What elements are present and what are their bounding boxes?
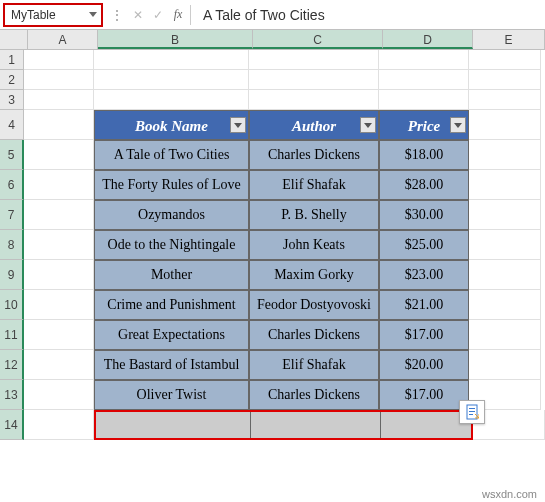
cell-price[interactable]: $17.00	[379, 380, 469, 410]
cell[interactable]	[469, 90, 541, 110]
cell[interactable]	[469, 230, 541, 260]
cell-bookname[interactable]: A Tale of Two Cities	[94, 140, 249, 170]
name-box-value: MyTable	[11, 8, 56, 22]
cell-price[interactable]: $18.00	[379, 140, 469, 170]
row-header[interactable]: 14	[0, 410, 24, 440]
cell-price[interactable]: $21.00	[379, 290, 469, 320]
cell[interactable]	[381, 412, 471, 438]
cell-price[interactable]: $25.00	[379, 230, 469, 260]
cell-bookname[interactable]: Ode to the Nightingale	[94, 230, 249, 260]
cell-bookname[interactable]: Great Expectations	[94, 320, 249, 350]
cell-bookname[interactable]: Ozymandos	[94, 200, 249, 230]
cell[interactable]	[469, 200, 541, 230]
autocorrect-options-button[interactable]	[459, 400, 485, 424]
cell[interactable]	[24, 70, 94, 90]
row-header[interactable]: 8	[0, 230, 24, 260]
cell[interactable]	[469, 320, 541, 350]
cell[interactable]	[469, 290, 541, 320]
cell-price[interactable]: $30.00	[379, 200, 469, 230]
empty-new-row[interactable]	[94, 410, 473, 440]
cell[interactable]	[24, 260, 94, 290]
cell-price[interactable]: $20.00	[379, 350, 469, 380]
cell-author[interactable]: Elif Shafak	[249, 350, 379, 380]
cell[interactable]	[469, 70, 541, 90]
row-header[interactable]: 9	[0, 260, 24, 290]
cell[interactable]	[24, 200, 94, 230]
cell[interactable]	[379, 50, 469, 70]
cell-author[interactable]: P. B. Shelly	[249, 200, 379, 230]
filter-button[interactable]	[450, 117, 466, 133]
cell[interactable]	[469, 170, 541, 200]
filter-button[interactable]	[230, 117, 246, 133]
row-header[interactable]: 12	[0, 350, 24, 380]
table-header-bookname[interactable]: Book Name	[94, 110, 249, 140]
cell-author[interactable]: Feodor Dostyovoski	[249, 290, 379, 320]
cell-author[interactable]: Charles Dickens	[249, 140, 379, 170]
cell[interactable]	[94, 90, 249, 110]
row-header[interactable]: 1	[0, 50, 24, 70]
cell-author[interactable]: John Keats	[249, 230, 379, 260]
cell-bookname[interactable]: The Forty Rules of Love	[94, 170, 249, 200]
cell[interactable]	[469, 110, 541, 140]
cancel-button[interactable]: ✕	[128, 5, 148, 25]
col-header-d[interactable]: D	[383, 30, 473, 49]
row-header[interactable]: 13	[0, 380, 24, 410]
cell[interactable]	[24, 290, 94, 320]
cell-author[interactable]: Charles Dickens	[249, 320, 379, 350]
cell[interactable]	[94, 70, 249, 90]
cell-price[interactable]: $28.00	[379, 170, 469, 200]
table-header-price[interactable]: Price	[379, 110, 469, 140]
filter-button[interactable]	[360, 117, 376, 133]
cell[interactable]	[24, 140, 94, 170]
row-header[interactable]: 7	[0, 200, 24, 230]
cell[interactable]	[379, 70, 469, 90]
cell[interactable]	[24, 230, 94, 260]
col-header-b[interactable]: B	[98, 30, 253, 49]
col-header-a[interactable]: A	[28, 30, 98, 49]
cell[interactable]	[251, 412, 381, 438]
cell-bookname[interactable]: Mother	[94, 260, 249, 290]
cell-author[interactable]: Maxim Gorky	[249, 260, 379, 290]
cell-price[interactable]: $17.00	[379, 320, 469, 350]
row-header[interactable]: 11	[0, 320, 24, 350]
row-header[interactable]: 5	[0, 140, 24, 170]
col-header-c[interactable]: C	[253, 30, 383, 49]
formula-content[interactable]: A Tale of Two Cities	[193, 7, 325, 23]
cell[interactable]	[24, 410, 94, 440]
grid[interactable]: Book Name Author Price A Tale of Two Cit…	[24, 50, 545, 440]
row-header[interactable]: 6	[0, 170, 24, 200]
cell-bookname[interactable]: Crime and Punishment	[94, 290, 249, 320]
row-header[interactable]: 2	[0, 70, 24, 90]
cell-price[interactable]: $23.00	[379, 260, 469, 290]
cell[interactable]	[379, 90, 469, 110]
row-header[interactable]: 3	[0, 90, 24, 110]
cell[interactable]	[469, 50, 541, 70]
cell[interactable]	[249, 50, 379, 70]
cell[interactable]	[24, 320, 94, 350]
select-all-corner[interactable]	[0, 30, 28, 49]
enter-button[interactable]: ✓	[148, 5, 168, 25]
cell[interactable]	[24, 170, 94, 200]
col-header-e[interactable]: E	[473, 30, 545, 49]
cell-bookname[interactable]: The Bastard of Istambul	[94, 350, 249, 380]
cell[interactable]	[24, 50, 94, 70]
name-box[interactable]: MyTable	[3, 3, 103, 27]
row-header[interactable]: 4	[0, 110, 24, 140]
cell[interactable]	[96, 412, 251, 438]
cell[interactable]	[469, 350, 541, 380]
cell[interactable]	[469, 260, 541, 290]
cell[interactable]	[469, 140, 541, 170]
cell[interactable]	[249, 70, 379, 90]
cell-author[interactable]: Elif Shafak	[249, 170, 379, 200]
cell[interactable]	[24, 380, 94, 410]
row-header[interactable]: 10	[0, 290, 24, 320]
cell[interactable]	[24, 110, 94, 140]
cell[interactable]	[249, 90, 379, 110]
cell-bookname[interactable]: Oliver Twist	[94, 380, 249, 410]
cell[interactable]	[24, 350, 94, 380]
cell-author[interactable]: Charles Dickens	[249, 380, 379, 410]
fx-button[interactable]: fx	[168, 5, 188, 25]
table-header-author[interactable]: Author	[249, 110, 379, 140]
cell[interactable]	[94, 50, 249, 70]
cell[interactable]	[24, 90, 94, 110]
